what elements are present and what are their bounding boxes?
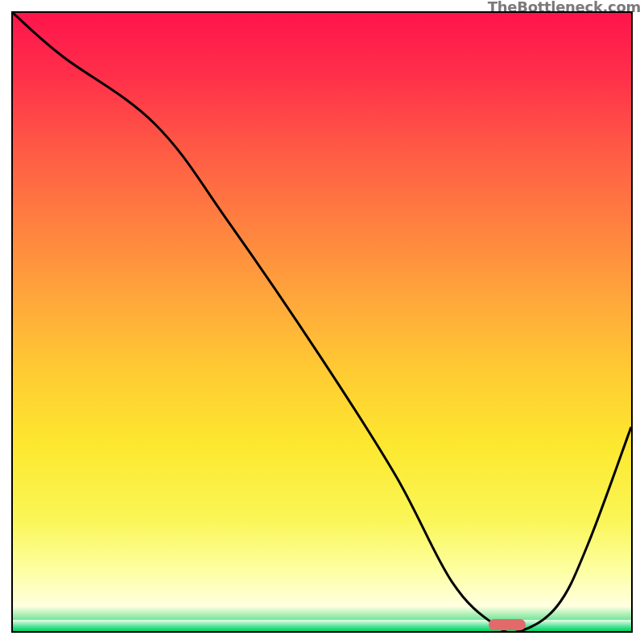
chart-container: TheBottleneck.com <box>0 0 644 644</box>
chart-background-gradient <box>13 13 631 631</box>
plot-area <box>11 11 633 633</box>
optimal-marker <box>489 619 526 630</box>
chart-background-green-strip <box>13 620 631 631</box>
